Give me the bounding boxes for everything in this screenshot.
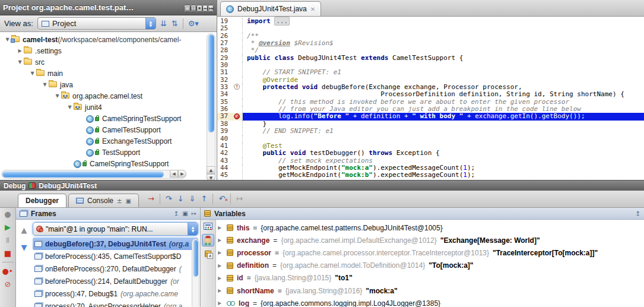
tree-expander-icon[interactable]: ▼ <box>41 82 49 87</box>
fields-filter-icon[interactable] <box>205 251 211 257</box>
tree-expander-icon[interactable]: ▼ <box>28 71 36 76</box>
tree-item-org-apache-camel-test[interactable]: ▼org.apache.camel.test <box>0 90 217 102</box>
variable-row-log[interactable]: ▶log = {org.apache.commons.logging.impl.… <box>218 297 644 307</box>
project-panel-titlebar[interactable]: Project org.apache.camel.test.pat… ▢◫✶−↦ <box>0 0 217 15</box>
breakpoint-gutter[interactable]: ✓ <box>233 113 243 120</box>
hide-right-icon[interactable]: ↦ <box>192 210 196 217</box>
frames-scrollbar[interactable] <box>192 239 199 307</box>
next-frame-icon[interactable]: ▼ <box>21 243 27 252</box>
tree-item-java[interactable]: ▼java <box>0 79 217 90</box>
variable-row-shortName[interactable]: ▶shortName = {java.lang.String@1016}"moc… <box>218 284 644 297</box>
variable-expander-icon[interactable]: ▶ <box>218 300 223 306</box>
tree-expander-icon[interactable]: ▼ <box>66 105 74 110</box>
resume-icon[interactable]: ▶ <box>5 223 11 232</box>
code-line-29[interactable]: 29public class DebugJUnit4Test extends C… <box>217 55 644 62</box>
tree-expander-icon[interactable]: ▶ <box>16 48 24 53</box>
variable-expander-icon[interactable]: ▶ <box>218 250 223 255</box>
gutter <box>233 150 243 157</box>
breakpoint-icon[interactable]: ✓ <box>234 113 240 119</box>
view-as-dropdown[interactable]: Project ▲▼ <box>37 17 156 30</box>
variable-row-exchange[interactable]: ▶exchange = {org.apache.camel.impl.Defau… <box>218 234 644 246</box>
collapse-all-icon[interactable]: ⇅ <box>172 20 178 27</box>
step-over-icon[interactable]: ↷ <box>166 195 172 203</box>
scroll-left-button[interactable]: ◀ <box>170 170 178 178</box>
code-line-39[interactable]: 39 // END SNIPPET: e1 <box>217 128 644 135</box>
tree-item-main[interactable]: ▼main <box>0 68 217 79</box>
frame-row[interactable]: process():70, AsyncProcessorHelper (org.… <box>33 300 198 307</box>
scroll-right-button[interactable]: ▶ <box>178 170 186 178</box>
variable-expander-icon[interactable]: ▶ <box>218 288 223 293</box>
code-line-45[interactable]: 45 getMockEndpoint("mock:b").expectedMes… <box>217 172 644 179</box>
code-line-37[interactable]: 37✓ log.info("Before " + definition + " … <box>217 113 644 120</box>
tree-item-camelspringtestsupport[interactable]: CCamelSpringTestSupport <box>0 158 217 169</box>
tree-expander-icon[interactable]: ▼ <box>16 59 24 65</box>
tree-vertical-scrollbar[interactable]: ▲ ▼ <box>207 33 215 180</box>
frame-row[interactable]: beforeProcess():214, DefaultDebugger (or <box>33 275 198 287</box>
tree-item-camelspringtestsupport[interactable]: CCamelSpringTestSupport <box>0 113 217 124</box>
variables-header[interactable]: Variables ↥ <box>201 208 644 220</box>
tab-debugger[interactable]: Debugger <box>18 194 66 207</box>
view-breakpoints-icon[interactable]: ●‣ <box>2 267 13 276</box>
tree-item-src[interactable]: ▼src <box>0 56 217 68</box>
step-into-icon[interactable]: ↓ <box>177 195 184 203</box>
variable-row-processor[interactable]: ▶processor = {org.apache.camel.processor… <box>218 246 644 259</box>
variable-expander-icon[interactable]: ▶ <box>218 238 223 243</box>
code-line-19[interactable]: 19import ... <box>217 18 644 25</box>
code-editor[interactable]: 19import ...2526/**27 * @version $Revisi… <box>217 17 644 180</box>
code-line-27[interactable]: 27 * @version $Revision$ <box>217 40 644 47</box>
tree-item-junit4[interactable]: ▼junit4 <box>0 102 217 113</box>
float-panel-icon[interactable]: ▣ <box>182 210 188 217</box>
previous-frame-icon[interactable]: ▲ <box>21 226 27 235</box>
frame-row[interactable]: debugBefore():37, DebugJUnit4Test (org.a <box>33 238 198 250</box>
variable-expander-icon[interactable]: ▶ <box>218 263 223 268</box>
frames-header[interactable]: Frames ↥▣↦ <box>16 208 200 220</box>
pause-icon[interactable]: Ⅱ <box>6 236 9 245</box>
tree-expander-icon[interactable]: ▼ <box>53 93 61 99</box>
variables-header-icon[interactable]: ↥ <box>636 210 640 217</box>
folded-imports-badge[interactable]: ... <box>274 17 290 26</box>
settings-gear-icon[interactable]: ⚙▾ <box>188 20 199 27</box>
variable-row-id[interactable]: ▶id = {java.lang.String@1015}"to1" <box>218 272 644 284</box>
thread-dropdown-stepper: ▲▼ <box>188 223 198 235</box>
tree-item--settings[interactable]: ▶.settings <box>0 45 217 56</box>
editor-tab-debugjunit4test[interactable]: C DebugJUnit4Test.java ✕ <box>220 1 321 16</box>
dock-window-icon[interactable]: ◫ <box>191 5 197 12</box>
tree-item-camel-test[interactable]: ▼camel-test (/workspace/camel/components… <box>0 34 217 45</box>
frame-row[interactable]: beforeProcess():435, CamelTestSupport$D <box>33 250 198 262</box>
variable-row-this[interactable]: ▶this = {org.apache.camel.test.patterns.… <box>218 221 644 234</box>
tab-console[interactable]: Console ± ▣ <box>68 194 139 207</box>
mute-breakpoints-icon[interactable]: ⊘ <box>5 280 11 289</box>
pin-icon[interactable]: ✶ <box>196 5 202 12</box>
stop-icon[interactable]: ■ <box>4 249 11 258</box>
variable-expander-icon[interactable]: ▶ <box>218 225 223 230</box>
float-tab-icon[interactable]: ▣ <box>125 198 131 204</box>
debug-bubble-icon[interactable]: ● <box>4 210 11 219</box>
frame-row[interactable]: process():47, Debug$1 (org.apache.came <box>33 287 198 300</box>
step-out-icon[interactable]: ↑ <box>201 195 208 203</box>
scroll-up-button[interactable]: ▲ <box>207 166 215 174</box>
pin-tab-icon[interactable]: ± <box>117 198 122 204</box>
tree-horizontal-scrollbar[interactable]: ◀ ▶ <box>1 170 186 179</box>
close-tab-icon[interactable]: ✕ <box>310 6 315 12</box>
scroll-down-button[interactable]: ▼ <box>207 174 215 180</box>
tree-item-cameltestsupport[interactable]: CCamelTestSupport <box>0 124 217 135</box>
camel-debugger-toggle-icon[interactable] <box>202 234 214 246</box>
run-to-cursor-icon[interactable]: ↦ <box>236 195 243 203</box>
overriding-method-icon[interactable]: ↑ <box>234 84 240 90</box>
thread-selector-dropdown[interactable]: "main"@1 in group "main": RUN... ▲▼ <box>33 222 198 236</box>
force-step-into-icon[interactable]: ⇓ <box>189 195 196 203</box>
tree-item-exchangetestsupport[interactable]: CExchangeTestSupport <box>0 135 217 147</box>
float-window-icon[interactable]: ▢ <box>184 5 191 12</box>
drop-frame-icon[interactable]: ↶✕ <box>218 195 225 203</box>
evaluate-expression-icon[interactable] <box>204 223 212 230</box>
debug-titlebar[interactable]: Debug DebugJUnit4Test <box>0 181 644 191</box>
hide-panel-icon[interactable]: ↦ <box>208 5 214 12</box>
code-line-25[interactable]: 25 <box>217 25 644 32</box>
restore-layout-icon[interactable]: ↥ <box>174 210 179 217</box>
expand-all-icon[interactable]: ⇊ <box>160 20 167 27</box>
tree-item-testsupport[interactable]: CTestSupport <box>0 147 217 158</box>
frame-row[interactable]: onBeforeProcess():270, DefaultDebugger ( <box>33 262 198 275</box>
variable-row-definition[interactable]: ▶definition = {org.apache.camel.model.To… <box>218 259 644 272</box>
show-execution-point-icon[interactable]: → <box>148 195 154 203</box>
variable-expander-icon[interactable]: ▶ <box>218 276 223 281</box>
